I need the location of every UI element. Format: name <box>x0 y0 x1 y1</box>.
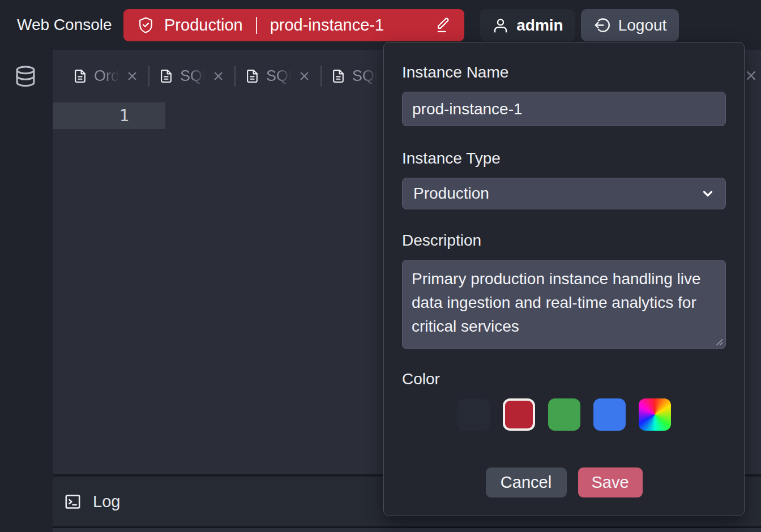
file-text-icon <box>331 68 345 84</box>
shield-check-icon <box>137 16 155 35</box>
tab-divider <box>148 66 149 87</box>
description-label: Description <box>402 231 726 250</box>
chevron-down-icon <box>701 187 715 200</box>
log-panel-label: Log <box>93 492 120 511</box>
tab-label: Ord <box>94 67 120 85</box>
page-title: Web Console <box>17 16 112 34</box>
swatch-default-dark[interactable] <box>458 398 490 431</box>
instance-type-text: Production <box>164 16 243 35</box>
tab-label: SQL <box>266 67 292 85</box>
instance-type-label: Instance Type <box>402 149 726 168</box>
tab-1[interactable]: SQL <box>159 67 225 85</box>
swatch-blue[interactable] <box>593 398 626 431</box>
tab-label: SQL <box>180 67 206 85</box>
swatch-red[interactable] <box>503 398 535 431</box>
database-icon[interactable] <box>14 63 37 91</box>
user-name: admin <box>516 16 563 35</box>
edit-pencil-icon[interactable] <box>434 16 451 34</box>
tab-divider <box>320 66 322 87</box>
tab-close-icon-far-right[interactable] <box>744 68 758 83</box>
logout-button[interactable]: Logout <box>581 9 679 41</box>
sidebar <box>0 50 53 532</box>
tab-divider <box>234 66 236 87</box>
file-text-icon <box>245 68 259 84</box>
user-icon <box>492 16 509 35</box>
description-textarea[interactable]: Primary production instance handling liv… <box>402 260 726 349</box>
tab-label: SQL <box>352 67 378 85</box>
tab-close-icon[interactable] <box>126 70 139 83</box>
description-field-wrap: Primary production instance handling liv… <box>402 260 726 349</box>
tab-close-icon[interactable] <box>212 70 225 83</box>
save-button[interactable]: Save <box>578 467 643 497</box>
cancel-button[interactable]: Cancel <box>486 467 567 497</box>
app-root: Web Console Production prod-instance-1 a… <box>0 0 761 532</box>
logout-icon <box>593 16 611 34</box>
terminal-icon <box>63 492 82 511</box>
bottom-strip <box>53 528 761 532</box>
swatch-rainbow[interactable] <box>639 398 671 431</box>
swatch-green[interactable] <box>548 398 580 431</box>
instance-type-select[interactable]: Production <box>402 178 726 209</box>
file-text-icon <box>73 68 87 84</box>
tab-close-icon[interactable] <box>298 70 311 83</box>
instance-name-input[interactable] <box>402 92 726 126</box>
instance-type-value: Production <box>413 185 489 203</box>
user-chip: admin <box>480 9 575 41</box>
resize-grip-icon[interactable] <box>716 338 723 346</box>
color-swatch-row <box>402 398 726 431</box>
dialog-actions: Cancel Save <box>402 467 726 497</box>
instance-name-text: prod-instance-1 <box>270 16 384 35</box>
file-text-icon <box>159 68 173 84</box>
tab-0[interactable]: Ord <box>73 67 139 85</box>
instance-edit-dialog: Instance Name Instance Type Production D… <box>383 42 745 516</box>
color-label: Color <box>402 370 726 388</box>
logout-label: Logout <box>618 16 667 35</box>
badge-separator <box>256 17 257 34</box>
tab-2[interactable]: SQL <box>245 67 311 85</box>
instance-badge[interactable]: Production prod-instance-1 <box>123 9 464 41</box>
instance-name-label: Instance Name <box>402 63 726 81</box>
line-number-gutter: 1 <box>53 102 165 129</box>
